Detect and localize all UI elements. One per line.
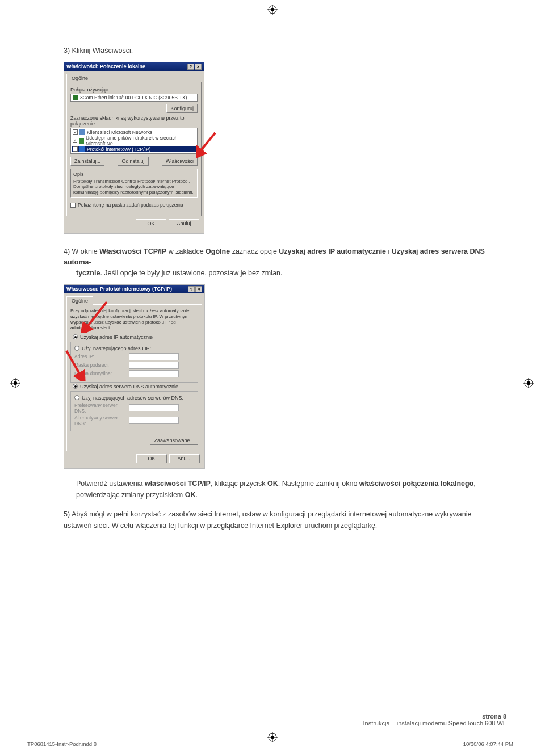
step-3-label: 3) Kliknij Właściwości. bbox=[64, 47, 133, 54]
t: właściwości TCP/IP bbox=[145, 480, 211, 488]
ok-button[interactable]: OK bbox=[136, 454, 167, 463]
footer-title: Instrukcja – instalacji modemu SpeedTouc… bbox=[363, 720, 506, 726]
step-4-text: 4) W oknie Właściwości TCP/IP w zakładce… bbox=[64, 246, 495, 278]
show-icon-label: Pokaż ikonę na pasku zadań podczas połąc… bbox=[78, 202, 183, 208]
client-icon bbox=[79, 129, 85, 135]
radio-label: Użyj następującego adresu IP: bbox=[82, 346, 151, 351]
t: . bbox=[195, 491, 197, 499]
install-button[interactable]: Zainstaluj... bbox=[70, 157, 104, 166]
step-3-text: 3) Kliknij Właściwości. bbox=[64, 45, 495, 56]
page-number: strona 8 bbox=[363, 713, 506, 720]
cancel-button[interactable]: Anuluj bbox=[169, 454, 200, 463]
confirm-paragraph: Potwierdź ustawienia właściwości TCP/IP,… bbox=[76, 478, 495, 501]
print-footer: TP0681415-Instr-Podr.indd 8 10/30/06 4:0… bbox=[27, 741, 513, 747]
t: OK bbox=[185, 491, 196, 499]
radio-icon[interactable] bbox=[74, 346, 79, 351]
t: zaznacz opcje bbox=[230, 247, 279, 255]
pref-dns-input bbox=[129, 404, 179, 411]
checkbox-icon[interactable]: ✓ bbox=[73, 138, 77, 143]
t: . Następnie zamknij okno bbox=[278, 480, 359, 488]
network-adapter-icon bbox=[73, 95, 78, 100]
page-footer: strona 8 Instrukcja – instalacji modemu … bbox=[363, 713, 506, 726]
titlebar-text: Właściwości: Połączenie lokalne bbox=[66, 64, 145, 69]
components-listbox[interactable]: ✓ Klient sieci Microsoft Networks ✓ Udos… bbox=[70, 128, 198, 154]
dialog-tcpip-properties: Właściwości: Protokół internetowy (TCP/I… bbox=[64, 284, 205, 469]
t: , klikając przycisk bbox=[211, 480, 267, 488]
description-text: Protokoły Transmission Control Protocol/… bbox=[73, 179, 195, 195]
show-icon-checkbox[interactable] bbox=[70, 203, 76, 208]
t: właściwości połączenia lokalnego bbox=[359, 480, 473, 488]
t: 4) W oknie bbox=[64, 247, 99, 255]
registration-mark-right bbox=[523, 378, 534, 388]
mask-label: Maska podsieci: bbox=[74, 362, 125, 368]
ok-button[interactable]: OK bbox=[136, 219, 166, 228]
registration-mark-left bbox=[10, 378, 20, 388]
t: OK bbox=[267, 480, 278, 488]
help-button[interactable]: ? bbox=[188, 286, 195, 292]
cancel-button[interactable]: Anuluj bbox=[169, 219, 199, 228]
item-label: Protokół internetowy (TCP/IP) bbox=[87, 146, 150, 152]
tab-general[interactable]: Ogólne bbox=[66, 296, 93, 305]
configure-button[interactable]: Konfiguruj bbox=[166, 104, 198, 113]
t: 5) Abyś mógł w pełni korzystać z zasobów… bbox=[64, 510, 471, 530]
protocol-icon bbox=[79, 146, 85, 152]
radio-dns-auto[interactable]: Uzyskaj adres serwera DNS automatycznie bbox=[73, 384, 198, 389]
item-label: Klient sieci Microsoft Networks bbox=[87, 129, 152, 135]
intro-text: Przy odpowiedniej konfiguracji sieci moż… bbox=[70, 308, 198, 331]
uninstall-button[interactable]: Odinstaluj bbox=[118, 157, 148, 166]
t: Ogólne bbox=[206, 247, 230, 255]
list-item-selected[interactable]: ✓ Protokół internetowy (TCP/IP) bbox=[72, 146, 196, 152]
close-button[interactable]: × bbox=[195, 286, 202, 292]
adapter-dropdown[interactable]: 3Com EtherLink 10/100 PCI TX NIC (3C905B… bbox=[70, 94, 198, 102]
gateway-label: Brama domyślna: bbox=[74, 371, 125, 376]
advanced-button[interactable]: Zaawansowane... bbox=[150, 436, 198, 445]
radio-label: Uzyskaj adres IP automatycznie bbox=[80, 334, 153, 340]
radio-icon[interactable] bbox=[73, 334, 78, 339]
step-5-text: 5) Abyś mógł w pełni korzystać z zasobów… bbox=[64, 509, 495, 531]
t: tycznie bbox=[76, 269, 100, 277]
titlebar-text: Właściwości: Protokół internetowy (TCP/I… bbox=[66, 286, 172, 292]
description-box: Opis Protokoły Transmission Control Prot… bbox=[70, 169, 198, 198]
help-button[interactable]: ? bbox=[187, 64, 194, 70]
titlebar: Właściwości: Protokół internetowy (TCP/I… bbox=[64, 285, 204, 293]
radio-ip-manual[interactable]: Użyj następującego adresu IP: bbox=[74, 346, 194, 351]
share-icon bbox=[79, 138, 84, 144]
properties-button[interactable]: Właściwości bbox=[162, 157, 198, 166]
alt-dns-label: Alternatywny serwer DNS: bbox=[74, 415, 125, 426]
components-label: Zaznaczone składniki są wykorzystywane p… bbox=[70, 115, 198, 127]
tab-general[interactable]: Ogólne bbox=[66, 74, 93, 82]
print-timestamp: 10/30/06 4:07:44 PM bbox=[463, 741, 513, 747]
ip-input bbox=[129, 353, 179, 360]
close-button[interactable]: × bbox=[195, 64, 202, 70]
radio-dns-manual[interactable]: Użyj następujących adresów serwerów DNS: bbox=[74, 395, 194, 401]
mask-input bbox=[129, 362, 179, 369]
t: i bbox=[386, 247, 392, 255]
radio-ip-auto[interactable]: Uzyskaj adres IP automatycznie bbox=[73, 334, 198, 340]
radio-icon[interactable] bbox=[74, 395, 79, 400]
gateway-input bbox=[129, 370, 179, 377]
t: Uzyskaj adres IP automatycznie bbox=[279, 247, 386, 255]
dialog-connection-properties: Właściwości: Połączenie lokalne ? × Ogól… bbox=[64, 62, 204, 234]
list-item[interactable]: ✓ Udostępnianie plików i drukarek w siec… bbox=[72, 135, 196, 146]
item-label: Udostępnianie plików i drukarek w siecia… bbox=[86, 135, 195, 146]
registration-mark-top bbox=[267, 5, 278, 15]
page-content: 3) Kliknij Właściwości. Właściwości: Poł… bbox=[64, 45, 495, 536]
list-item[interactable]: ✓ Klient sieci Microsoft Networks bbox=[72, 129, 196, 135]
dns-manual-fieldset: Użyj następujących adresów serwerów DNS:… bbox=[70, 391, 198, 431]
radio-icon[interactable] bbox=[73, 384, 78, 389]
t: Potwierdź ustawienia bbox=[76, 480, 145, 488]
ip-manual-fieldset: Użyj następującego adresu IP: Adres IP: … bbox=[70, 342, 198, 383]
adapter-name: 3Com EtherLink 10/100 PCI TX NIC (3C905B… bbox=[80, 95, 187, 100]
checkbox-icon[interactable]: ✓ bbox=[73, 146, 78, 152]
radio-label: Użyj następujących adresów serwerów DNS: bbox=[82, 395, 183, 401]
t: w zakładce bbox=[166, 247, 206, 255]
checkbox-icon[interactable]: ✓ bbox=[73, 129, 78, 135]
titlebar: Właściwości: Połączenie lokalne ? × bbox=[64, 62, 204, 71]
radio-label: Uzyskaj adres serwera DNS automatycznie bbox=[80, 384, 178, 389]
ip-label: Adres IP: bbox=[74, 354, 125, 359]
print-file: TP0681415-Instr-Podr.indd 8 bbox=[27, 741, 97, 747]
t: Właściwości TCP/IP bbox=[99, 247, 166, 255]
connect-using-label: Połącz używając: bbox=[70, 87, 198, 93]
alt-dns-input bbox=[129, 417, 179, 424]
description-title: Opis bbox=[73, 171, 195, 178]
